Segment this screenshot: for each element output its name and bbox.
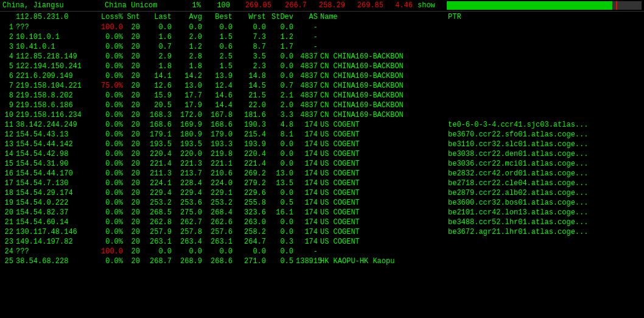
row-idx: 23 <box>2 238 16 246</box>
row-best: 0.0 <box>205 247 235 256</box>
col-last: Last <box>144 13 174 21</box>
row-avg: 169.9 <box>174 121 205 129</box>
row-stdev: 0.5 <box>268 257 296 266</box>
row-stdev: 0.7 <box>268 82 296 90</box>
row-wrst: 21.5 <box>235 91 268 100</box>
row-stdev: 0.0 <box>268 140 296 149</box>
row-avg: 17.7 <box>174 91 205 100</box>
row-wrst: 0.0 <box>235 247 268 256</box>
row-idx: 21 <box>2 218 16 227</box>
row-as: - <box>296 43 320 51</box>
rows-container: 1 ??? 100.0 20 0.0 0.0 0.0 0.0 0.0 - 2 1… <box>2 23 642 266</box>
row-snt: 20 <box>125 179 144 188</box>
row-wrst: 193.9 <box>235 140 268 149</box>
row-name: US COGENT <box>320 218 448 227</box>
row-idx: 20 <box>2 208 16 217</box>
row-snt: 20 <box>125 43 144 51</box>
row-loss: 0.0% <box>95 218 125 227</box>
row-as: 174 <box>296 199 320 207</box>
row-stdev: 0.3 <box>268 238 296 246</box>
row-avg: 228.4 <box>174 179 205 188</box>
row-stdev: 0.0 <box>268 228 296 236</box>
table-row: 24 ??? 100.0 20 0.0 0.0 0.0 0.0 0.0 - <box>2 247 642 256</box>
row-best: 0.0 <box>205 23 235 32</box>
row-best: 229.1 <box>205 189 235 197</box>
table-row: 23 149.14.197.82 0.0% 20 263.1 263.4 263… <box>2 237 642 247</box>
row-idx: 17 <box>2 179 16 188</box>
row-as: 4837 <box>296 111 320 119</box>
row-last: 15.9 <box>144 91 174 100</box>
row-stdev: 0.0 <box>268 62 296 71</box>
row-as: 4837 <box>296 52 320 61</box>
header-val2: 266.7 <box>276 1 307 10</box>
traceroute-table: 112.85.231.0 Loss% Snt Last Avg Best Wrs… <box>0 12 644 266</box>
row-name: CN CHINA169-BACKBON <box>320 52 448 61</box>
row-idx: 9 <box>2 101 16 110</box>
row-loss: 0.0% <box>95 169 125 178</box>
row-ip: 154.54.44.170 <box>16 169 95 178</box>
row-loss: 0.0% <box>95 33 125 41</box>
row-as: - <box>296 33 320 41</box>
row-name: US COGENT <box>320 160 448 168</box>
row-snt: 20 <box>125 140 144 149</box>
table-row: 3 10.41.0.1 0.0% 20 0.7 1.2 0.6 8.7 1.7 … <box>2 42 642 52</box>
row-wrst: 8.7 <box>235 43 268 51</box>
row-name: US COGENT <box>320 199 448 207</box>
header-bar: China, Jiangsu China Unicom 1% 100 269.0… <box>0 0 644 12</box>
row-best: 1.5 <box>205 33 235 41</box>
row-avg: 221.3 <box>174 160 205 168</box>
row-stdev: 16.1 <box>268 208 296 217</box>
row-as: 138915 <box>296 257 320 266</box>
row-ptr: be3036.ccr22.mci01.atlas.coge... <box>448 160 642 168</box>
row-last: 211.3 <box>144 169 174 178</box>
row-best: 253.2 <box>205 199 235 207</box>
row-last: 263.1 <box>144 238 174 246</box>
row-wrst: 190.3 <box>235 121 268 129</box>
row-idx: 1 <box>2 23 16 32</box>
col-ip: 112.85.231.0 <box>16 13 95 21</box>
row-idx: 6 <box>2 72 16 80</box>
row-stdev: 3.3 <box>268 111 296 119</box>
row-name: US COGENT <box>320 189 448 197</box>
table-row: 15 154.54.31.90 0.0% 20 221.4 221.3 221.… <box>2 159 642 169</box>
row-ip: 154.54.31.90 <box>16 160 95 168</box>
row-ptr: be3110.ccr32.slc01.atlas.coge... <box>448 140 642 149</box>
row-stdev: 0.0 <box>268 72 296 80</box>
row-ptr <box>448 111 642 119</box>
row-as: 174 <box>296 238 320 246</box>
row-ip: ??? <box>16 23 95 32</box>
row-best: 179.0 <box>205 130 235 139</box>
row-ptr <box>448 62 642 71</box>
row-loss: 0.0% <box>95 43 125 51</box>
header-show[interactable]: show <box>418 1 442 10</box>
row-idx: 22 <box>2 228 16 236</box>
row-idx: 4 <box>2 52 16 61</box>
col-loss: Loss% <box>95 13 125 21</box>
row-as: 174 <box>296 218 320 227</box>
row-loss: 0.0% <box>95 140 125 149</box>
row-best: 14.4 <box>205 101 235 110</box>
row-idx: 18 <box>2 189 16 197</box>
row-name: CN CHINA169-BACKBON <box>320 111 448 119</box>
row-name: US COGENT <box>320 130 448 139</box>
row-loss: 0.0% <box>95 228 125 236</box>
row-as: 174 <box>296 150 320 158</box>
row-avg: 1.2 <box>174 43 205 51</box>
row-best: 224.0 <box>205 179 235 188</box>
row-best: 257.6 <box>205 228 235 236</box>
col-avg: Avg <box>174 13 205 21</box>
column-headers: 112.85.231.0 Loss% Snt Last Avg Best Wrs… <box>2 12 642 23</box>
row-ip: 219.158.104.221 <box>16 82 95 90</box>
row-ptr <box>448 101 642 110</box>
row-loss: 0.0% <box>95 101 125 110</box>
row-ip: 219.158.8.202 <box>16 91 95 100</box>
row-last: 0.0 <box>144 247 174 256</box>
row-idx: 10 <box>2 111 16 119</box>
row-snt: 20 <box>125 169 144 178</box>
row-snt: 20 <box>125 150 144 158</box>
row-stdev: 13.0 <box>268 169 296 178</box>
row-best: 193.3 <box>205 140 235 149</box>
row-last: 12.6 <box>144 82 174 90</box>
row-idx: 5 <box>2 62 16 71</box>
row-wrst: 0.0 <box>235 23 268 32</box>
